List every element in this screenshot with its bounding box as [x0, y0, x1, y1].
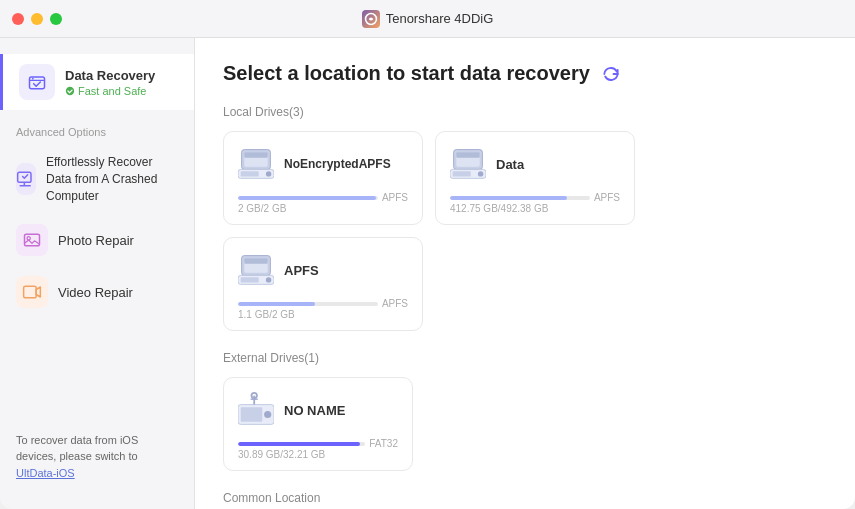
video-repair-label: Video Repair	[58, 285, 133, 300]
svg-rect-1	[30, 77, 45, 89]
video-repair-icon	[16, 276, 48, 308]
drive-bar-apfs	[238, 302, 378, 306]
window-controls[interactable]	[12, 13, 62, 25]
svg-rect-12	[241, 171, 259, 176]
drive-name-data: Data	[496, 157, 524, 172]
crashed-computer-label: Effortlessly Recover Data from A Crashed…	[46, 154, 178, 204]
drive-size-data: 412.75 GB/492.38 GB	[450, 203, 620, 214]
local-drives-grid: NoEncryptedAPFS APFS 2 GB/2 GB	[223, 131, 827, 331]
drive-meta: APFS	[238, 192, 408, 203]
drive-meta-apfs: APFS	[238, 298, 408, 309]
drive-card-apfs[interactable]: APFS APFS 1.1 GB/2 GB	[223, 237, 423, 331]
drive-bar-fill-noname	[238, 442, 360, 446]
drive-card-inner: NoEncryptedAPFS	[238, 146, 408, 182]
external-drives-title: External Drives(1)	[223, 351, 827, 365]
external-drives-grid: NO NAME FAT32 30.89 GB/32.21 GB	[223, 377, 827, 471]
drive-info-data: Data	[496, 157, 524, 172]
sidebar-item-video-repair[interactable]: Video Repair	[0, 266, 194, 318]
sidebar-footer: To recover data from iOS devices, please…	[0, 420, 194, 494]
hdd-icon-data	[450, 146, 486, 182]
data-recovery-icon	[19, 64, 55, 100]
hdd-icon	[238, 146, 274, 182]
drive-meta-noname: FAT32	[238, 438, 398, 449]
svg-rect-10	[244, 152, 267, 157]
drive-size: 2 GB/2 GB	[238, 203, 408, 214]
drive-card-data[interactable]: Data APFS 412.75 GB/492.38 GB	[435, 131, 635, 225]
drive-bar-fill	[238, 196, 376, 200]
sidebar-item-crashed-computer[interactable]: Effortlessly Recover Data from A Crashed…	[0, 144, 194, 214]
svg-rect-22	[244, 258, 267, 263]
drive-size-apfs: 1.1 GB/2 GB	[238, 309, 408, 320]
sidebar-item-photo-repair[interactable]: Photo Repair	[0, 214, 194, 266]
photo-repair-label: Photo Repair	[58, 233, 134, 248]
drive-fs: APFS	[382, 192, 408, 203]
page-title: Select a location to start data recovery	[223, 62, 590, 85]
data-recovery-label: Data Recovery	[65, 68, 155, 83]
drive-name-noname: NO NAME	[284, 403, 345, 418]
refresh-button[interactable]	[600, 63, 622, 85]
common-location-title: Common Location	[223, 491, 827, 505]
app-icon	[362, 10, 380, 28]
drive-bar-fill-apfs	[238, 302, 315, 306]
titlebar: Tenorshare 4DDiG	[0, 0, 855, 38]
data-recovery-sublabel: Fast and Safe	[65, 85, 155, 97]
drive-fs-noname: FAT32	[369, 438, 398, 449]
drive-card-noname[interactable]: NO NAME FAT32 30.89 GB/32.21 GB	[223, 377, 413, 471]
drive-size-noname: 30.89 GB/32.21 GB	[238, 449, 398, 460]
main-content: Select a location to start data recovery…	[195, 38, 855, 509]
drive-fs-apfs: APFS	[382, 298, 408, 309]
svg-point-3	[66, 86, 74, 94]
close-button[interactable]	[12, 13, 24, 25]
drive-bar	[238, 196, 378, 200]
sidebar-item-data-recovery[interactable]: Data Recovery Fast and Safe	[0, 54, 194, 110]
drive-info-apfs: APFS	[284, 263, 319, 278]
svg-point-28	[264, 411, 271, 418]
advanced-options-title: Advanced Options	[0, 114, 194, 144]
svg-point-25	[266, 277, 271, 282]
drive-bar-noname	[238, 442, 365, 446]
drive-bar-fill-data	[450, 196, 567, 200]
local-drives-title: Local Drives(3)	[223, 105, 827, 119]
maximize-button[interactable]	[50, 13, 62, 25]
drive-card-inner-apfs: APFS	[238, 252, 408, 288]
drive-name-apfs: APFS	[284, 263, 319, 278]
svg-rect-5	[25, 235, 40, 247]
crashed-computer-icon	[16, 163, 36, 195]
svg-point-2	[32, 78, 34, 80]
drive-name: NoEncryptedAPFS	[284, 157, 391, 171]
main-header: Select a location to start data recovery	[223, 62, 827, 85]
usb-icon	[238, 392, 274, 428]
photo-repair-icon	[16, 224, 48, 256]
check-icon	[65, 86, 75, 96]
svg-rect-7	[24, 287, 37, 299]
data-recovery-text: Data Recovery Fast and Safe	[65, 68, 155, 97]
drive-fs-data: APFS	[594, 192, 620, 203]
drive-card-inner-data: Data	[450, 146, 620, 182]
drive-bar-data	[450, 196, 590, 200]
drive-info: NoEncryptedAPFS	[284, 157, 391, 171]
drive-meta-data: APFS	[450, 192, 620, 203]
minimize-button[interactable]	[31, 13, 43, 25]
svg-rect-27	[241, 407, 263, 421]
app-title: Tenorshare 4DDiG	[362, 10, 494, 28]
svg-point-19	[478, 171, 483, 176]
svg-rect-16	[456, 152, 479, 157]
drive-info-noname: NO NAME	[284, 403, 345, 418]
svg-point-13	[266, 171, 271, 176]
svg-rect-18	[453, 171, 471, 176]
svg-rect-24	[241, 277, 259, 282]
drive-card-inner-noname: NO NAME	[238, 392, 398, 428]
svg-point-29	[252, 393, 257, 398]
hdd-icon-apfs	[238, 252, 274, 288]
app-name: Tenorshare 4DDiG	[386, 11, 494, 26]
app-container: Data Recovery Fast and Safe Advanced Opt…	[0, 0, 855, 509]
ultdata-ios-link[interactable]: UltData-iOS	[16, 467, 75, 479]
sidebar: Data Recovery Fast and Safe Advanced Opt…	[0, 38, 195, 509]
drive-card-noencryptedapfs[interactable]: NoEncryptedAPFS APFS 2 GB/2 GB	[223, 131, 423, 225]
